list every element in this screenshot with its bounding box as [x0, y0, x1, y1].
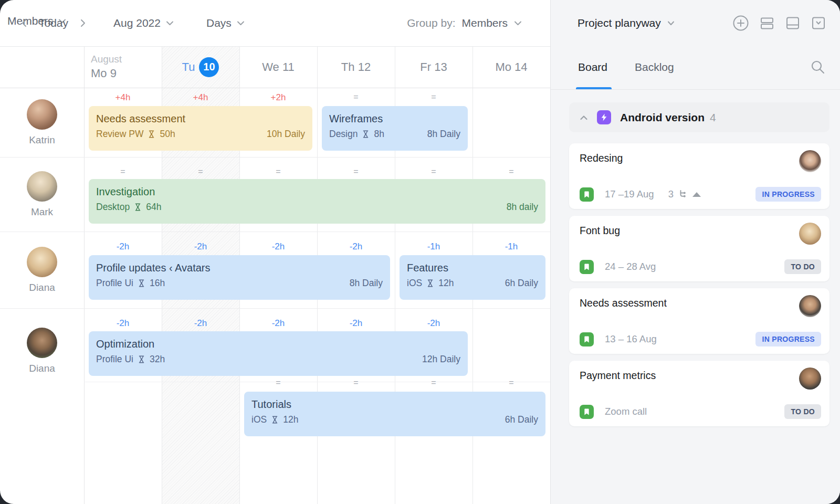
member-name: Diana	[29, 282, 55, 293]
workload-marker: +4h	[162, 92, 239, 103]
task-title: Optimization	[96, 337, 460, 351]
bottom-panel-button[interactable]	[785, 15, 801, 31]
status-badge: TO DO	[784, 404, 821, 419]
day-header-we-11[interactable]: We 11	[239, 46, 317, 88]
board-panel-header: Project planyway	[551, 0, 840, 46]
workload-marker: +2h	[239, 92, 317, 103]
project-selector[interactable]: Project planyway	[578, 17, 661, 29]
day-label: Th 12	[341, 60, 371, 74]
card-dates: 24 – 28 Avg	[605, 261, 656, 272]
task-estimate: 16h	[150, 278, 165, 289]
card-dates: 17 –19 Aug	[605, 188, 654, 200]
task-estimate: 12h	[283, 414, 298, 425]
card-dates: 13 – 16 Aug	[605, 333, 657, 345]
status-badge: IN PROGRESS	[755, 332, 821, 346]
task-bar-investigation[interactable]: Investigation Desktop 64h 8h daily	[89, 179, 545, 224]
tab-backlog[interactable]: Backlog	[635, 61, 674, 74]
task-label: Profile Ui	[96, 278, 133, 289]
task-bar-needs-assessment[interactable]: Needs assessment Review PW 50h 10h Daily	[89, 106, 312, 151]
period-select[interactable]: Aug 2022	[113, 17, 174, 29]
task-title: Needs assessment	[96, 112, 305, 125]
workload-marker: =	[317, 92, 395, 102]
prev-period-button[interactable]	[18, 15, 30, 31]
avatar	[799, 295, 821, 317]
bookmark-icon	[580, 332, 594, 346]
chevron-down-icon	[237, 20, 245, 26]
task-daily: 6h Daily	[505, 414, 538, 425]
subtask-count: 3	[668, 188, 674, 200]
next-period-button[interactable]	[77, 15, 89, 31]
member-row-diana-2: Diana	[0, 309, 84, 504]
task-label: Design	[329, 129, 358, 140]
workload-marker: =	[472, 378, 550, 387]
collapse-board-button[interactable]	[811, 15, 826, 31]
search-icon[interactable]	[810, 59, 826, 76]
board-card-needs-assessment[interactable]: Needs assessment 13 – 16 Aug IN PROGRESS	[569, 288, 830, 354]
day-header-mo-9[interactable]: August Mo 9	[84, 46, 162, 88]
task-label: iOS	[407, 278, 422, 289]
avatar	[799, 368, 821, 390]
workload-marker: =	[317, 167, 395, 176]
task-estimate: 50h	[160, 129, 175, 140]
workload-marker: =	[239, 167, 317, 176]
task-label: Review PW	[96, 129, 143, 140]
member-name: Diana	[29, 363, 55, 374]
workload-marker: =	[472, 167, 550, 176]
bookmark-icon	[580, 405, 594, 419]
task-bar-wireframes[interactable]: Wireframes Design 8h 8h Daily	[322, 106, 468, 151]
day-header-th-12[interactable]: Th 12	[317, 46, 395, 88]
member-row-mark: Mark	[0, 158, 84, 232]
card-title: Redesing	[580, 152, 623, 164]
task-title: Wireframes	[329, 112, 460, 125]
workload-marker: =	[162, 167, 239, 176]
view-scale-value: Days	[206, 17, 232, 29]
task-estimate: 64h	[146, 202, 161, 213]
board-card-font-bug[interactable]: Font bug 24 – 28 Avg TO DO	[569, 216, 830, 281]
timeline-toolbar: Today Aug 2022 Days Group by: Members	[0, 0, 550, 46]
rows-layout-button[interactable]	[759, 15, 775, 31]
avatar	[27, 247, 57, 277]
chevron-down-icon	[514, 20, 522, 26]
collapse-triangle-icon	[692, 192, 701, 197]
task-estimate: 32h	[150, 354, 165, 365]
card-dates: Zoom call	[605, 406, 647, 417]
task-bar-profile-updates[interactable]: Profile updates ‹ Avatars Profile Ui 16h…	[89, 255, 390, 300]
workload-marker: -2h	[317, 242, 395, 252]
day-header-mo-14[interactable]: Mo 14	[472, 46, 550, 88]
hourglass-icon	[271, 416, 278, 424]
task-bar-tutorials[interactable]: Tutorials iOS 12h 6h Daily	[244, 392, 545, 436]
group-title: Android version	[620, 111, 705, 124]
today-day-badge: 10	[199, 57, 219, 77]
workload-marker: -2h	[239, 242, 317, 252]
add-task-button[interactable]	[732, 15, 749, 32]
hourglass-icon	[134, 203, 141, 211]
subtasks-toggle[interactable]	[679, 190, 701, 198]
task-label: Profile Ui	[96, 354, 133, 365]
board-card-redesing[interactable]: Redesing 17 –19 Aug 3 IN PROGRESS	[569, 143, 830, 209]
board-card-payment-metrics[interactable]: Payment metrics Zoom call TO DO	[569, 361, 830, 426]
chevron-up-icon	[580, 115, 588, 120]
task-bar-features[interactable]: Features iOS 12h 6h Daily	[400, 255, 545, 300]
group-count: 4	[710, 111, 716, 124]
bookmark-icon	[580, 187, 594, 202]
grid-line	[84, 46, 85, 504]
day-header-fr-13[interactable]: Fr 13	[395, 46, 472, 88]
task-label: iOS	[251, 414, 267, 425]
bookmark-icon	[580, 260, 594, 274]
group-by-value[interactable]: Members	[461, 17, 508, 29]
today-button[interactable]: Today	[39, 17, 68, 29]
tab-board[interactable]: Board	[578, 61, 607, 74]
task-title: Features	[407, 261, 538, 275]
day-header-tu-10-today[interactable]: Tu 10	[162, 46, 239, 88]
day-label: Mo 14	[495, 60, 527, 74]
board-tabs: Board Backlog	[551, 46, 840, 90]
task-daily: 8h daily	[507, 202, 538, 213]
workload-marker: =	[395, 378, 472, 387]
view-scale-select[interactable]: Days	[206, 17, 245, 29]
board-group-android-version[interactable]: Android version 4	[569, 102, 830, 132]
task-estimate: 12h	[438, 278, 454, 289]
workload-marker: =	[395, 92, 472, 102]
hourglass-icon	[362, 130, 369, 138]
task-bar-optimization[interactable]: Optimization Profile Ui 32h 12h Daily	[89, 331, 468, 376]
avatar	[799, 223, 821, 245]
